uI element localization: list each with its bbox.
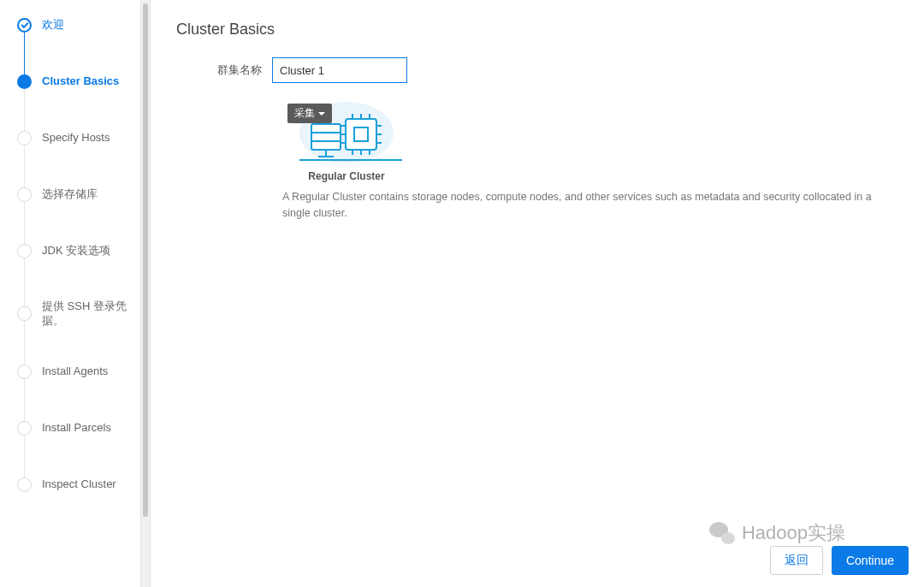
svg-rect-1 [311, 124, 341, 150]
step-label: Inspect Cluster [42, 477, 116, 492]
cluster-type-title: Regular Cluster [282, 170, 411, 182]
step-label: Specify Hosts [42, 131, 110, 145]
step-label: Install Parcels [42, 421, 111, 436]
step-connector-active [24, 29, 25, 80]
circle-icon [17, 306, 32, 321]
cluster-name-label: 群集名称 [176, 62, 272, 78]
collect-dropdown[interactable]: 采集 [287, 104, 332, 123]
cluster-name-row: 群集名称 [176, 57, 898, 83]
wizard-footer: 返回 Continue [770, 546, 909, 575]
watermark-text: Hadoop实操 [742, 520, 845, 546]
step-label: 提供 SSH 登录凭据。 [42, 299, 140, 329]
scrollbar-thumb[interactable] [143, 3, 148, 517]
circle-icon [17, 477, 32, 492]
step-install-parcels[interactable]: Install Parcels [17, 421, 140, 436]
back-button[interactable]: 返回 [770, 546, 823, 575]
wechat-icon [709, 522, 735, 544]
circle-icon [17, 131, 32, 145]
step-install-agents[interactable]: Install Agents [17, 365, 140, 380]
svg-rect-6 [346, 119, 376, 150]
step-label: Install Agents [42, 365, 108, 379]
step-label: Cluster Basics [42, 74, 119, 89]
current-step-icon [17, 74, 32, 89]
page-title: Cluster Basics [176, 21, 898, 39]
cluster-type-illustration: 采集 [282, 98, 411, 165]
collect-label: 采集 [294, 106, 315, 121]
circle-icon [17, 187, 32, 202]
step-cluster-basics[interactable]: Cluster Basics [17, 74, 140, 89]
chevron-down-icon [318, 112, 325, 116]
step-jdk-options[interactable]: JDK 安装选项 [17, 243, 140, 258]
wizard-sidebar: 欢迎 Cluster Basics Specify Hosts 选择存储库 JD… [0, 0, 140, 587]
step-label: JDK 安装选项 [42, 244, 110, 258]
watermark: Hadoop实操 [709, 520, 845, 546]
step-specify-hosts[interactable]: Specify Hosts [17, 130, 140, 145]
circle-icon [17, 365, 32, 379]
circle-icon [17, 421, 32, 436]
check-icon [17, 18, 32, 33]
cluster-name-input[interactable] [272, 57, 407, 83]
step-ssh-credentials[interactable]: 提供 SSH 登录凭据。 [17, 299, 140, 329]
step-select-repo[interactable]: 选择存储库 [17, 187, 140, 202]
step-inspect-cluster[interactable]: Inspect Cluster [17, 477, 140, 493]
step-label: 欢迎 [42, 18, 64, 33]
main-content: Cluster Basics 群集名称 采集 [151, 0, 924, 587]
sidebar-scrollbar[interactable] [140, 0, 151, 587]
step-label: 选择存储库 [42, 187, 98, 202]
continue-button[interactable]: Continue [832, 546, 909, 575]
cluster-type-description: A Regular Cluster contains storage nodes… [282, 189, 898, 222]
cluster-type-block: 采集 [282, 98, 898, 222]
circle-icon [17, 244, 32, 258]
step-welcome[interactable]: 欢迎 [17, 17, 140, 33]
wizard-steps: 欢迎 Cluster Basics Specify Hosts 选择存储库 JD… [17, 17, 140, 493]
